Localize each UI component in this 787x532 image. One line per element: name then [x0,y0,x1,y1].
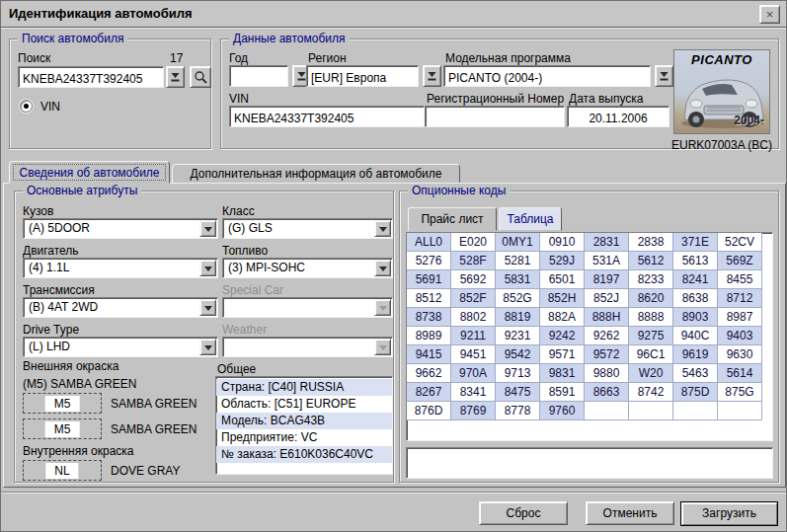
chevron-down-icon[interactable] [374,220,391,237]
region-dropdown-button[interactable] [423,65,441,87]
model-program-input[interactable] [443,65,651,87]
option-code-cell[interactable]: 888H [585,308,629,327]
option-code-cell[interactable]: 852J [585,289,629,308]
cancel-button[interactable]: Отменить [586,501,674,525]
option-code-cell[interactable]: 5276 [407,252,451,270]
option-code-cell[interactable]: 9619 [673,345,718,364]
option-code-cell[interactable]: 876D [407,402,451,420]
option-code-cell[interactable]: 6501 [540,270,585,289]
option-code-cell[interactable]: 9630 [718,345,762,364]
tab-additional-info[interactable]: Дополнительная информация об автомобиле [172,164,460,184]
option-code-cell[interactable] [718,402,762,420]
option-code-cell[interactable]: 9211 [451,327,496,345]
option-code-cell[interactable]: 531A [585,252,629,270]
option-code-cell[interactable] [585,402,629,420]
option-code-cell[interactable]: 9262 [585,327,629,345]
option-code-cell[interactable]: 852F [451,289,496,308]
option-code-cell[interactable]: 5613 [673,252,718,270]
option-code-cell[interactable]: 9880 [585,364,629,383]
option-code-cell[interactable]: E020 [451,233,496,252]
option-code-cell[interactable]: 970A [451,364,496,383]
search-input[interactable] [18,66,164,88]
vin-radio[interactable] [20,100,33,113]
year-input[interactable] [229,65,288,87]
option-code-cell[interactable]: 8819 [496,308,540,327]
option-code-cell[interactable]: 9571 [540,345,585,364]
option-code-cell[interactable]: 0MY1 [496,233,540,252]
interior-color-swatch[interactable]: NL [23,460,102,481]
option-code-cell[interactable]: 8241 [673,270,718,289]
registration-number-input[interactable] [425,106,565,127]
option-code-cell[interactable]: 882A [540,308,585,327]
option-code-cell[interactable]: 8802 [451,308,496,327]
option-code-cell[interactable]: 852H [540,289,585,308]
option-code-cell[interactable]: 8233 [629,270,673,289]
chevron-down-icon[interactable] [199,260,216,276]
tab-vehicle-info[interactable]: Сведения об автомобиле [9,161,170,184]
option-code-cell[interactable]: 5614 [718,364,762,383]
option-code-cell[interactable]: 8888 [629,308,673,327]
attribute-combo[interactable]: (4) 1.1L [23,258,218,278]
option-code-cell[interactable]: 8742 [629,383,673,402]
option-code-cell[interactable]: 9242 [540,327,585,345]
option-code-cell[interactable]: 569Z [718,252,762,270]
option-code-cell[interactable]: 875D [673,383,718,402]
option-code-cell[interactable]: 5612 [629,252,673,270]
exterior-color-swatch[interactable]: M5 [23,393,102,414]
option-code-cell[interactable]: 8267 [407,383,451,402]
option-code-cell[interactable]: 8638 [673,289,718,308]
option-code-cell[interactable]: 9231 [496,327,540,345]
option-code-cell[interactable]: 5692 [451,270,496,289]
option-code-cell[interactable]: 2831 [585,233,629,252]
option-code-cell[interactable]: 9572 [585,345,629,364]
chevron-down-icon[interactable] [199,299,216,316]
option-code-cell[interactable]: 9415 [407,345,451,364]
option-code-cell[interactable]: 96C1 [629,345,673,364]
option-code-cell[interactable]: 940C [673,327,718,345]
exterior-color-swatch[interactable]: M5 [23,418,102,439]
option-code-cell[interactable]: ALL0 [407,233,451,252]
option-code-grid[interactable]: ALL0E0200MY1091028312838371E52CV5276528F… [406,232,773,441]
tab-table[interactable]: Таблица [499,207,562,231]
option-code-cell[interactable]: 8987 [718,308,762,327]
option-code-cell[interactable]: 8475 [496,383,540,402]
option-code-cell[interactable]: 8512 [407,289,451,308]
load-button[interactable]: Загрузить [680,501,778,526]
option-code-cell[interactable]: 8778 [496,402,540,420]
reset-button[interactable]: Сброс [479,501,568,525]
option-code-cell[interactable]: 2838 [629,233,673,252]
option-code-cell[interactable]: 8989 [407,327,451,345]
option-code-cell[interactable]: 8620 [629,289,673,308]
attribute-combo[interactable]: (3) MPI-SOHC [222,258,393,278]
option-code-cell[interactable]: 5831 [496,270,540,289]
model-dropdown-button[interactable] [655,65,673,87]
option-code-cell[interactable]: 5281 [496,252,540,270]
option-code-cell[interactable] [673,402,718,420]
option-code-cell[interactable]: 9275 [629,327,673,345]
option-code-cell[interactable]: 9662 [407,364,451,383]
option-code-cell[interactable]: 875G [718,383,762,402]
option-code-cell[interactable]: 8769 [451,402,496,420]
option-code-cell[interactable]: 371E [673,233,718,252]
option-code-cell[interactable]: 8903 [673,308,718,327]
tab-price-list[interactable]: Прайс лист [408,207,497,231]
option-code-cell[interactable]: W20 [629,364,673,383]
option-code-cell[interactable]: 8197 [585,270,629,289]
attribute-combo[interactable]: (L) LHD [23,337,218,357]
option-code-cell[interactable]: 8341 [451,383,496,402]
option-code-cell[interactable]: 528F [451,252,496,270]
option-code-cell[interactable]: 9403 [718,327,762,345]
option-code-cell[interactable]: 8712 [718,289,762,308]
option-code-cell[interactable]: 8455 [718,270,762,289]
option-code-cell[interactable]: 8738 [407,308,451,327]
attribute-combo[interactable]: (A) 5DOOR [23,218,218,239]
option-code-cell[interactable]: 52CV [718,233,762,252]
close-button[interactable]: × [759,5,780,24]
region-input[interactable] [306,65,419,87]
option-code-cell[interactable] [629,402,673,420]
search-go-button[interactable] [190,66,211,88]
option-code-cell[interactable]: 852G [496,289,540,308]
option-code-cell[interactable]: 8663 [585,383,629,402]
option-code-cell[interactable]: 529J [540,252,585,270]
option-code-cell[interactable]: 5691 [407,270,451,289]
